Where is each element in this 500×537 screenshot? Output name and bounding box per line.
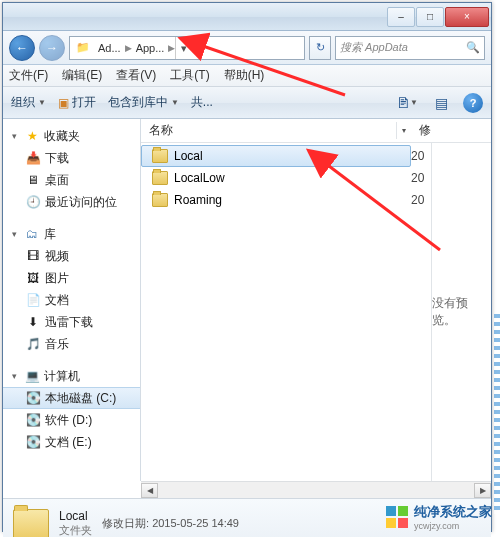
file-date: 20: [411, 189, 431, 211]
tree-label: 图片: [45, 270, 69, 287]
address-bar[interactable]: 📁 Ad... ▶ App... ▶ ▾: [69, 36, 305, 60]
forward-button[interactable]: →: [39, 35, 65, 61]
recent-icon: 🕘: [25, 194, 41, 210]
file-name: Roaming: [174, 193, 222, 207]
drive-icon: 💽: [25, 390, 41, 406]
view-options-button[interactable]: 🖹▼: [395, 91, 419, 115]
file-row-roaming[interactable]: Roaming: [141, 189, 411, 211]
tree-label: 桌面: [45, 172, 69, 189]
refresh-button[interactable]: ↻: [309, 36, 331, 60]
thunder-icon: ⬇: [25, 314, 41, 330]
chevron-right-icon[interactable]: ▶: [125, 43, 132, 53]
organize-button[interactable]: 组织 ▼: [11, 94, 46, 111]
file-list: Local LocalLow Roaming 20 20 20: [141, 143, 491, 481]
menu-tools[interactable]: 工具(T): [170, 67, 209, 84]
sort-indicator-icon[interactable]: ▾: [397, 126, 411, 135]
horizontal-scrollbar[interactable]: ◀ ▶: [141, 481, 491, 498]
sidebar-item-recent[interactable]: 🕘 最近访问的位: [3, 191, 140, 213]
close-button[interactable]: ×: [445, 7, 489, 27]
search-icon[interactable]: 🔍: [466, 41, 480, 54]
help-button[interactable]: ?: [463, 93, 483, 113]
decorative-accent: [494, 314, 500, 514]
sidebar-item-disk-d[interactable]: 💽 软件 (D:): [3, 409, 140, 431]
tree-label: 本地磁盘 (C:): [45, 390, 116, 407]
details-mod-value: 2015-05-25 14:49: [152, 517, 239, 529]
sidebar-item-documents[interactable]: 📄 文档: [3, 289, 140, 311]
scroll-right-button[interactable]: ▶: [474, 483, 491, 498]
include-label: 包含到库中: [108, 94, 168, 111]
tree-label: 软件 (D:): [45, 412, 92, 429]
file-row-locallow[interactable]: LocalLow: [141, 167, 411, 189]
sidebar-item-downloads[interactable]: 📥 下载: [3, 147, 140, 169]
drive-icon: 💽: [25, 434, 41, 450]
watermark-title: 纯净系统之家: [414, 504, 492, 519]
chevron-right-icon[interactable]: ▶: [168, 43, 175, 53]
menu-help[interactable]: 帮助(H): [224, 67, 265, 84]
title-bar: – □ ×: [3, 3, 491, 31]
sidebar-item-thunder[interactable]: ⬇ 迅雷下载: [3, 311, 140, 333]
tree-label: 最近访问的位: [45, 194, 117, 211]
folder-icon: 📁: [72, 41, 94, 54]
computer-group[interactable]: ▾ 💻 计算机: [3, 365, 140, 387]
menu-file[interactable]: 文件(F): [9, 67, 48, 84]
command-bar: 组织 ▼ ▣ 打开 包含到库中 ▼ 共... 🖹▼ ▤ ?: [3, 87, 491, 119]
libraries-icon: 🗂: [24, 226, 40, 242]
details-modified: 修改日期: 2015-05-25 14:49: [102, 516, 239, 531]
libraries-group[interactable]: ▾ 🗂 库: [3, 223, 140, 245]
preview-pane-button[interactable]: ▤: [429, 91, 453, 115]
column-name[interactable]: 名称: [141, 122, 397, 139]
chevron-down-icon: ▼: [171, 98, 179, 107]
tree-label: 迅雷下载: [45, 314, 93, 331]
file-date: 20: [411, 145, 431, 167]
file-dates-column: 20 20 20: [411, 143, 431, 481]
documents-icon: 📄: [25, 292, 41, 308]
file-name: Local: [174, 149, 203, 163]
file-date: 20: [411, 167, 431, 189]
sidebar-item-music[interactable]: 🎵 音乐: [3, 333, 140, 355]
tree-label: 下载: [45, 150, 69, 167]
search-input[interactable]: 搜索 AppData 🔍: [335, 36, 485, 60]
open-button[interactable]: ▣ 打开: [58, 94, 96, 111]
tree-label: 文档: [45, 292, 69, 309]
menu-edit[interactable]: 编辑(E): [62, 67, 102, 84]
explorer-window: – □ × ← → 📁 Ad... ▶ App... ▶ ▾ ↻ 搜索 AppD…: [2, 2, 492, 532]
folder-icon: [152, 171, 168, 185]
breadcrumb-segment[interactable]: App...: [132, 42, 169, 54]
scroll-left-button[interactable]: ◀: [141, 483, 158, 498]
desktop-icon: 🖥: [25, 172, 41, 188]
file-row-local[interactable]: Local: [141, 145, 411, 167]
tree-label: 文档 (E:): [45, 434, 92, 451]
tree-label: 收藏夹: [44, 128, 80, 145]
favorites-group[interactable]: ▾ ★ 收藏夹: [3, 125, 140, 147]
share-label: 共...: [191, 94, 213, 111]
minimize-button[interactable]: –: [387, 7, 415, 27]
menu-view[interactable]: 查看(V): [116, 67, 156, 84]
tree-label: 音乐: [45, 336, 69, 353]
downloads-icon: 📥: [25, 150, 41, 166]
include-in-library-button[interactable]: 包含到库中 ▼: [108, 94, 179, 111]
collapse-icon[interactable]: ▾: [9, 229, 20, 240]
share-button[interactable]: 共...: [191, 94, 213, 111]
sidebar-item-disk-e[interactable]: 💽 文档 (E:): [3, 431, 140, 453]
address-dropdown[interactable]: ▾: [175, 37, 191, 59]
folder-icon: [13, 509, 49, 538]
folder-icon: [152, 193, 168, 207]
sidebar-item-desktop[interactable]: 🖥 桌面: [3, 169, 140, 191]
sidebar-item-pictures[interactable]: 🖼 图片: [3, 267, 140, 289]
column-modified[interactable]: 修: [411, 122, 431, 139]
breadcrumb-segment[interactable]: Ad...: [94, 42, 125, 54]
tree-label: 视频: [45, 248, 69, 265]
navigation-bar: ← → 📁 Ad... ▶ App... ▶ ▾ ↻ 搜索 AppData 🔍: [3, 31, 491, 65]
music-icon: 🎵: [25, 336, 41, 352]
collapse-icon[interactable]: ▾: [9, 131, 20, 142]
search-placeholder: 搜索 AppData: [340, 40, 408, 55]
sidebar-item-disk-c[interactable]: 💽 本地磁盘 (C:): [3, 387, 140, 409]
watermark: 纯净系统之家 ycwjzy.com: [386, 503, 492, 531]
open-label: 打开: [72, 94, 96, 111]
sidebar-item-videos[interactable]: 🎞 视频: [3, 245, 140, 267]
back-button[interactable]: ←: [9, 35, 35, 61]
maximize-button[interactable]: □: [416, 7, 444, 27]
file-list-pane: 名称 ▾ 修 Local LocalLow Roaming: [141, 119, 491, 481]
collapse-icon[interactable]: ▾: [9, 371, 20, 382]
watermark-logo-icon: [386, 506, 408, 528]
